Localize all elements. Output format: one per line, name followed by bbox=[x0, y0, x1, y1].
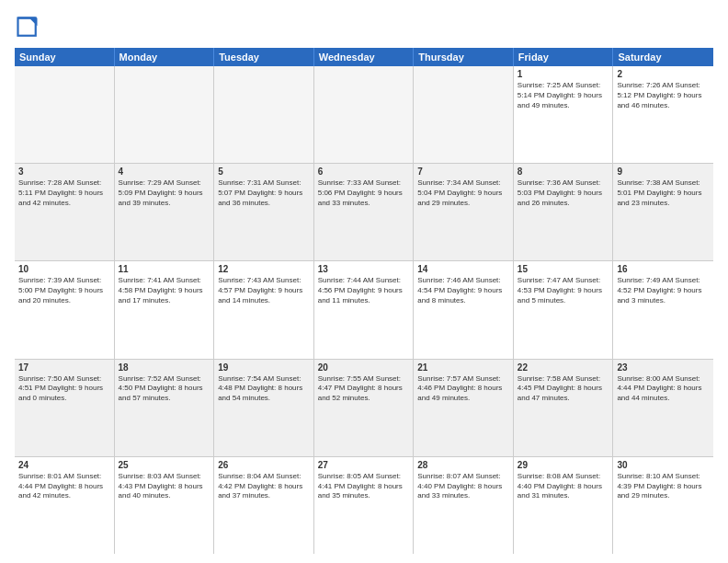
day-number: 13 bbox=[318, 264, 410, 274]
day-info: Sunrise: 8:08 AM Sunset: 4:40 PM Dayligh… bbox=[518, 472, 609, 501]
day-info: Sunrise: 7:26 AM Sunset: 5:12 PM Dayligh… bbox=[617, 81, 710, 110]
day-info: Sunrise: 7:34 AM Sunset: 5:04 PM Dayligh… bbox=[417, 178, 509, 208]
day-number: 29 bbox=[518, 460, 609, 470]
day-info: Sunrise: 8:04 AM Sunset: 4:42 PM Dayligh… bbox=[218, 472, 310, 501]
day-info: Sunrise: 7:38 AM Sunset: 5:01 PM Dayligh… bbox=[617, 178, 710, 208]
day-info: Sunrise: 7:46 AM Sunset: 4:54 PM Dayligh… bbox=[417, 276, 509, 305]
day-info: Sunrise: 7:54 AM Sunset: 4:48 PM Dayligh… bbox=[218, 374, 310, 404]
day-info: Sunrise: 8:10 AM Sunset: 4:39 PM Dayligh… bbox=[617, 472, 710, 501]
day-number: 21 bbox=[417, 362, 509, 373]
cal-cell-r0-c0 bbox=[15, 66, 115, 163]
day-info: Sunrise: 8:07 AM Sunset: 4:40 PM Dayligh… bbox=[417, 472, 509, 501]
day-info: Sunrise: 8:03 AM Sunset: 4:43 PM Dayligh… bbox=[119, 472, 210, 501]
day-info: Sunrise: 7:49 AM Sunset: 4:52 PM Dayligh… bbox=[617, 276, 710, 305]
day-number: 10 bbox=[18, 264, 110, 274]
cal-cell-r3-c0: 17Sunrise: 7:50 AM Sunset: 4:51 PM Dayli… bbox=[15, 360, 115, 456]
day-info: Sunrise: 7:41 AM Sunset: 4:58 PM Dayligh… bbox=[119, 276, 210, 305]
cal-cell-r0-c6: 2Sunrise: 7:26 AM Sunset: 5:12 PM Daylig… bbox=[613, 66, 713, 163]
cal-cell-r0-c4 bbox=[414, 66, 514, 163]
cal-cell-r3-c2: 19Sunrise: 7:54 AM Sunset: 4:48 PM Dayli… bbox=[214, 360, 314, 456]
cal-cell-r3-c4: 21Sunrise: 7:57 AM Sunset: 4:46 PM Dayli… bbox=[414, 360, 514, 456]
cal-cell-r0-c2 bbox=[214, 66, 314, 163]
cal-cell-r2-c5: 15Sunrise: 7:47 AM Sunset: 4:53 PM Dayli… bbox=[514, 261, 614, 358]
header-monday: Monday bbox=[115, 48, 215, 66]
day-info: Sunrise: 7:39 AM Sunset: 5:00 PM Dayligh… bbox=[18, 276, 110, 305]
cal-cell-r1-c1: 4Sunrise: 7:29 AM Sunset: 5:09 PM Daylig… bbox=[115, 164, 215, 260]
header-sunday: Sunday bbox=[15, 48, 115, 66]
day-number: 12 bbox=[218, 264, 310, 274]
day-number: 30 bbox=[617, 460, 710, 470]
cal-cell-r4-c2: 26Sunrise: 8:04 AM Sunset: 4:42 PM Dayli… bbox=[214, 457, 314, 554]
day-number: 7 bbox=[417, 167, 509, 177]
day-number: 22 bbox=[518, 362, 609, 373]
calendar-row-4: 24Sunrise: 8:01 AM Sunset: 4:44 PM Dayli… bbox=[15, 457, 713, 554]
day-number: 26 bbox=[218, 460, 310, 470]
calendar-body: 1Sunrise: 7:25 AM Sunset: 5:14 PM Daylig… bbox=[15, 66, 713, 554]
day-number: 19 bbox=[218, 362, 310, 373]
day-number: 11 bbox=[119, 264, 210, 274]
cal-cell-r2-c0: 10Sunrise: 7:39 AM Sunset: 5:00 PM Dayli… bbox=[15, 261, 115, 358]
calendar-row-0: 1Sunrise: 7:25 AM Sunset: 5:14 PM Daylig… bbox=[15, 66, 713, 164]
cal-cell-r4-c0: 24Sunrise: 8:01 AM Sunset: 4:44 PM Dayli… bbox=[15, 457, 115, 554]
day-number: 9 bbox=[617, 167, 710, 177]
day-number: 15 bbox=[518, 264, 609, 274]
cal-cell-r4-c4: 28Sunrise: 8:07 AM Sunset: 4:40 PM Dayli… bbox=[414, 457, 514, 554]
day-info: Sunrise: 8:05 AM Sunset: 4:41 PM Dayligh… bbox=[318, 472, 410, 501]
cal-cell-r1-c2: 5Sunrise: 7:31 AM Sunset: 5:07 PM Daylig… bbox=[214, 164, 314, 260]
calendar-row-3: 17Sunrise: 7:50 AM Sunset: 4:51 PM Dayli… bbox=[15, 360, 713, 457]
cal-cell-r2-c1: 11Sunrise: 7:41 AM Sunset: 4:58 PM Dayli… bbox=[115, 261, 215, 358]
day-info: Sunrise: 7:44 AM Sunset: 4:56 PM Dayligh… bbox=[318, 276, 410, 305]
cal-cell-r4-c5: 29Sunrise: 8:08 AM Sunset: 4:40 PM Dayli… bbox=[514, 457, 614, 554]
day-info: Sunrise: 7:28 AM Sunset: 5:11 PM Dayligh… bbox=[18, 178, 110, 208]
day-info: Sunrise: 7:33 AM Sunset: 5:06 PM Dayligh… bbox=[318, 178, 410, 208]
day-info: Sunrise: 7:55 AM Sunset: 4:47 PM Dayligh… bbox=[318, 374, 410, 404]
day-number: 8 bbox=[518, 167, 609, 177]
cal-cell-r2-c4: 14Sunrise: 7:46 AM Sunset: 4:54 PM Dayli… bbox=[414, 261, 514, 358]
header-friday: Friday bbox=[514, 48, 614, 66]
cal-cell-r1-c5: 8Sunrise: 7:36 AM Sunset: 5:03 PM Daylig… bbox=[514, 164, 614, 260]
cal-cell-r0-c3 bbox=[314, 66, 415, 163]
day-info: Sunrise: 7:52 AM Sunset: 4:50 PM Dayligh… bbox=[119, 374, 210, 404]
cal-cell-r4-c3: 27Sunrise: 8:05 AM Sunset: 4:41 PM Dayli… bbox=[314, 457, 415, 554]
day-number: 1 bbox=[518, 69, 609, 79]
day-info: Sunrise: 7:47 AM Sunset: 4:53 PM Dayligh… bbox=[518, 276, 609, 305]
day-number: 20 bbox=[318, 362, 410, 373]
cal-cell-r1-c0: 3Sunrise: 7:28 AM Sunset: 5:11 PM Daylig… bbox=[15, 164, 115, 260]
header-wednesday: Wednesday bbox=[314, 48, 415, 66]
day-number: 24 bbox=[18, 460, 110, 470]
day-info: Sunrise: 7:31 AM Sunset: 5:07 PM Dayligh… bbox=[218, 178, 310, 208]
cal-cell-r2-c2: 12Sunrise: 7:43 AM Sunset: 4:57 PM Dayli… bbox=[214, 261, 314, 358]
day-info: Sunrise: 7:43 AM Sunset: 4:57 PM Dayligh… bbox=[218, 276, 310, 305]
cal-cell-r4-c6: 30Sunrise: 8:10 AM Sunset: 4:39 PM Dayli… bbox=[613, 457, 713, 554]
day-info: Sunrise: 7:58 AM Sunset: 4:45 PM Dayligh… bbox=[518, 374, 609, 404]
cal-cell-r3-c5: 22Sunrise: 7:58 AM Sunset: 4:45 PM Dayli… bbox=[514, 360, 614, 456]
cal-cell-r3-c1: 18Sunrise: 7:52 AM Sunset: 4:50 PM Dayli… bbox=[115, 360, 215, 456]
cal-cell-r1-c4: 7Sunrise: 7:34 AM Sunset: 5:04 PM Daylig… bbox=[414, 164, 514, 260]
logo bbox=[15, 15, 44, 40]
day-info: Sunrise: 8:00 AM Sunset: 4:44 PM Dayligh… bbox=[617, 374, 710, 404]
day-number: 6 bbox=[318, 167, 410, 177]
header-tuesday: Tuesday bbox=[214, 48, 314, 66]
cal-cell-r4-c1: 25Sunrise: 8:03 AM Sunset: 4:43 PM Dayli… bbox=[115, 457, 215, 554]
cal-cell-r0-c1 bbox=[115, 66, 215, 163]
day-number: 5 bbox=[218, 167, 310, 177]
day-number: 17 bbox=[18, 362, 110, 373]
cal-cell-r3-c3: 20Sunrise: 7:55 AM Sunset: 4:47 PM Dayli… bbox=[314, 360, 415, 456]
calendar-header: Sunday Monday Tuesday Wednesday Thursday… bbox=[15, 48, 713, 66]
day-number: 23 bbox=[617, 362, 710, 373]
day-number: 27 bbox=[318, 460, 410, 470]
day-info: Sunrise: 8:01 AM Sunset: 4:44 PM Dayligh… bbox=[18, 472, 110, 501]
header-saturday: Saturday bbox=[613, 48, 713, 66]
day-number: 16 bbox=[617, 264, 710, 274]
day-number: 3 bbox=[18, 167, 110, 177]
cal-cell-r2-c6: 16Sunrise: 7:49 AM Sunset: 4:52 PM Dayli… bbox=[613, 261, 713, 358]
day-number: 14 bbox=[417, 264, 509, 274]
day-info: Sunrise: 7:36 AM Sunset: 5:03 PM Dayligh… bbox=[518, 178, 609, 208]
day-number: 25 bbox=[119, 460, 210, 470]
calendar-row-1: 3Sunrise: 7:28 AM Sunset: 5:11 PM Daylig… bbox=[15, 164, 713, 261]
logo-icon bbox=[15, 15, 40, 40]
day-info: Sunrise: 7:29 AM Sunset: 5:09 PM Dayligh… bbox=[119, 178, 210, 208]
day-number: 18 bbox=[119, 362, 210, 373]
day-info: Sunrise: 7:25 AM Sunset: 5:14 PM Dayligh… bbox=[518, 81, 609, 110]
header-thursday: Thursday bbox=[414, 48, 514, 66]
